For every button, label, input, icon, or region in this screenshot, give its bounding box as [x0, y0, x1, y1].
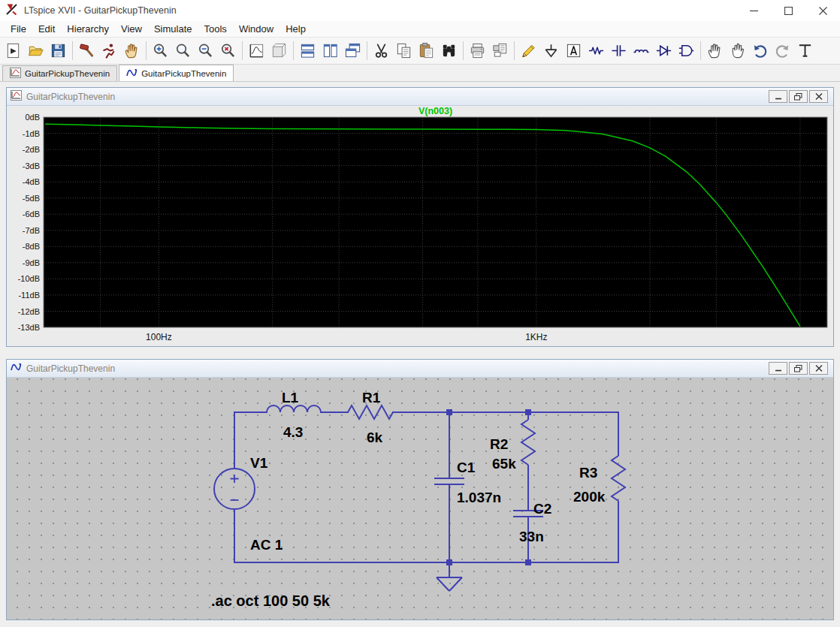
y-tick-label: -4dB: [23, 177, 40, 186]
tab-schematic[interactable]: GuitarPickupThevenin: [119, 65, 234, 81]
spice-directive[interactable]: .ac oct 100 50 5k: [211, 592, 331, 609]
component-R3[interactable]: [612, 412, 625, 562]
label-L1-value[interactable]: 4.3: [283, 424, 303, 440]
label-R3-ref[interactable]: R3: [579, 465, 597, 481]
label-V1-value[interactable]: AC 1: [250, 537, 283, 553]
net-label-icon[interactable]: [563, 40, 585, 62]
label-R3-value[interactable]: 200k: [573, 489, 606, 505]
menu-hierarchy[interactable]: Hierarchy: [61, 22, 115, 36]
zoom-back-icon[interactable]: [172, 40, 194, 62]
y-tick-label: -10dB: [18, 274, 40, 283]
trace-legend[interactable]: V(n003): [418, 106, 452, 116]
maximize-button[interactable]: [771, 0, 805, 21]
ltspice-window: LTspice XVII - GuitarPickupThevenin File…: [0, 0, 840, 627]
zoom-in-icon[interactable]: [150, 40, 171, 62]
label-C1-value[interactable]: 1.037n: [457, 490, 501, 505]
menubar: File Edit Hierarchy View Simulate Tools …: [0, 21, 840, 38]
y-tick-label: -5dB: [23, 194, 40, 203]
undo-icon[interactable]: [749, 40, 771, 62]
inductor-tool-icon[interactable]: [630, 40, 652, 62]
component-R2[interactable]: [521, 412, 535, 511]
schematic-window-icon: [11, 362, 22, 375]
cascade-icon[interactable]: [342, 40, 364, 62]
close-button[interactable]: [805, 0, 840, 21]
label-C1-ref[interactable]: C1: [457, 460, 476, 475]
toolbar-separator: [293, 41, 294, 60]
print-icon[interactable]: [467, 40, 488, 62]
label-R1-value[interactable]: 6k: [367, 430, 383, 445]
drag-icon[interactable]: [727, 40, 748, 62]
label-L1-ref[interactable]: L1: [282, 390, 299, 405]
y-tick-label: -3dB: [23, 161, 40, 170]
netlist-icon[interactable]: [268, 40, 290, 62]
tab-waveform[interactable]: GuitarPickupThevenin: [2, 65, 117, 81]
label-V1-ref[interactable]: V1: [250, 455, 268, 471]
move-icon[interactable]: [704, 40, 726, 62]
text-tool-icon[interactable]: [794, 40, 816, 62]
label-R1-ref[interactable]: R1: [362, 390, 381, 405]
menu-help[interactable]: Help: [279, 22, 312, 36]
child-restore-button[interactable]: [789, 90, 808, 103]
component-C1[interactable]: [434, 412, 464, 562]
plot-area[interactable]: [44, 117, 827, 327]
label-R2-ref[interactable]: R2: [490, 436, 508, 452]
child-close-button[interactable]: [809, 90, 828, 103]
copy-icon[interactable]: [393, 40, 415, 62]
redo-icon[interactable]: [772, 40, 793, 62]
ground-symbol[interactable]: [437, 562, 462, 591]
component-tool-icon[interactable]: [675, 40, 697, 62]
halt-icon[interactable]: [121, 40, 143, 62]
waveform-pane[interactable]: 0dB-1dB-2dB-3dB-4dB-5dB-6dB-7dB-8dB-9dB-…: [7, 106, 833, 346]
new-schematic-icon[interactable]: [2, 40, 24, 62]
autorange-y-icon[interactable]: [246, 40, 267, 62]
toolbar-separator: [514, 41, 515, 60]
waveform-plot[interactable]: 0dB-1dB-2dB-3dB-4dB-5dB-6dB-7dB-8dB-9dB-…: [7, 106, 833, 346]
save-icon[interactable]: [47, 40, 69, 62]
zoom-full-extents-icon[interactable]: [217, 40, 239, 62]
label-R2-value[interactable]: 65k: [492, 456, 516, 472]
capacitor-tool-icon[interactable]: [608, 40, 630, 62]
child-minimize-button[interactable]: [769, 90, 787, 103]
run-icon[interactable]: [98, 40, 120, 62]
component-L1[interactable]: [267, 405, 321, 412]
ground-icon[interactable]: [540, 40, 562, 62]
toolbar: [0, 38, 840, 65]
y-tick-label: -7dB: [23, 226, 40, 235]
menu-view[interactable]: View: [115, 22, 148, 36]
tile-vertical-icon[interactable]: [319, 40, 341, 62]
control-panel-icon[interactable]: [76, 40, 98, 62]
menu-tools[interactable]: Tools: [198, 22, 233, 36]
label-C2-value[interactable]: 33n: [519, 529, 544, 544]
menu-window[interactable]: Window: [233, 22, 279, 36]
schematic-pane[interactable]: V1 AC 1 L1 4.3 R1 6k C1 1.037n R2 65k C2…: [7, 378, 833, 619]
find-icon[interactable]: [438, 40, 460, 62]
tile-horizontal-icon[interactable]: [297, 40, 319, 62]
diode-tool-icon[interactable]: [653, 40, 675, 62]
minimize-button[interactable]: [736, 0, 771, 21]
waveform-window-titlebar[interactable]: GuitarPickupThevenin: [7, 88, 833, 106]
y-tick-label: -11dB: [18, 291, 40, 300]
toolbar-separator: [367, 41, 367, 60]
window-title: LTspice XVII - GuitarPickupThevenin: [24, 5, 177, 16]
waveform-window-title: GuitarPickupThevenin: [26, 92, 115, 102]
cut-icon[interactable]: [370, 40, 392, 62]
child-restore-button[interactable]: [789, 362, 808, 375]
component-V1[interactable]: [214, 469, 255, 509]
paste-icon[interactable]: [415, 40, 437, 62]
schematic-window-titlebar[interactable]: GuitarPickupThevenin: [7, 360, 833, 378]
open-file-icon[interactable]: [25, 40, 47, 62]
zoom-out-icon[interactable]: [195, 40, 216, 62]
component-R1[interactable]: [348, 405, 393, 419]
label-C2-ref[interactable]: C2: [533, 501, 551, 517]
menu-simulate[interactable]: Simulate: [148, 22, 198, 36]
app-titlebar[interactable]: LTspice XVII - GuitarPickupThevenin: [0, 0, 840, 21]
child-minimize-button[interactable]: [769, 362, 787, 375]
menu-file[interactable]: File: [5, 22, 32, 36]
schematic-canvas[interactable]: V1 AC 1 L1 4.3 R1 6k C1 1.037n R2 65k C2…: [7, 378, 833, 619]
resistor-tool-icon[interactable]: [585, 40, 607, 62]
child-close-button[interactable]: [809, 362, 828, 375]
y-tick-label: -2dB: [23, 145, 40, 154]
wire-pencil-icon[interactable]: [518, 40, 539, 62]
print-preview-icon[interactable]: [489, 40, 511, 62]
menu-edit[interactable]: Edit: [32, 22, 61, 36]
